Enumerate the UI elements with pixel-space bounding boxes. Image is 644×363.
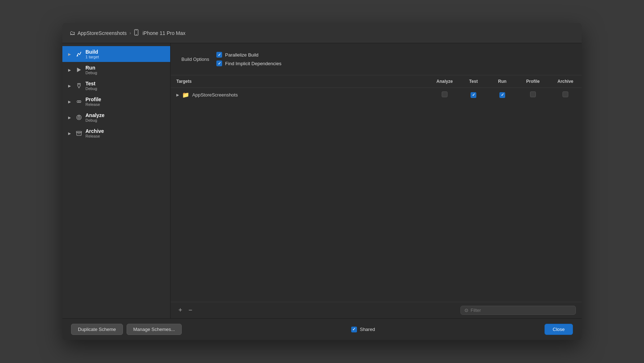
svg-point-6: [77, 100, 79, 102]
find-implicit-deps-label: Find Implicit Dependencies: [225, 61, 281, 66]
svg-point-10: [78, 116, 80, 118]
footer-right: Close: [544, 324, 573, 335]
add-target-button[interactable]: +: [176, 306, 184, 314]
project-name: AppStoreScreenshots: [78, 30, 127, 36]
svg-point-5: [79, 84, 80, 85]
device-name: iPhone 11 Pro Max: [142, 30, 185, 36]
sidebar-arrow-analyze: ▶: [68, 116, 72, 120]
col-header-test: Test: [459, 75, 488, 88]
profile-icon: [75, 98, 83, 105]
sidebar-arrow-profile: ▶: [68, 100, 72, 104]
filter-icon: ⊙: [464, 308, 468, 313]
target-name-cell: ▶ 📁 AppStoreScreenshots: [171, 88, 430, 102]
profile-checkbox[interactable]: [530, 91, 536, 97]
col-header-run: Run: [488, 75, 517, 88]
sidebar-arrow-build: ▶: [68, 52, 72, 56]
svg-point-2: [136, 34, 137, 35]
filter-wrapper: ⊙: [460, 306, 576, 315]
table-row: ▶ 📁 AppStoreScreenshots: [171, 88, 582, 102]
target-name: AppStoreScreenshots: [192, 92, 238, 98]
build-text: Build 1 target: [85, 49, 99, 59]
parallelize-build-checkbox[interactable]: [216, 52, 222, 58]
sidebar: ▶ Build 1 target ▶: [62, 43, 171, 318]
sidebar-item-run[interactable]: ▶ Run Debug: [62, 62, 170, 78]
profile-text: Profile Release: [85, 97, 101, 107]
targets-bottom-left: + −: [176, 306, 194, 314]
run-title: Run: [85, 65, 97, 71]
manage-schemes-button[interactable]: Manage Schemes...: [127, 324, 182, 335]
run-checkbox[interactable]: [499, 92, 505, 98]
sidebar-item-archive[interactable]: ▶ Archive Release: [62, 125, 170, 141]
test-text: Test Debug: [85, 81, 97, 91]
run-cell: [488, 88, 517, 102]
build-subtitle: 1 target: [85, 55, 99, 59]
archive-subtitle: Release: [85, 134, 104, 138]
svg-marker-4: [77, 68, 81, 72]
sidebar-item-profile[interactable]: ▶ Profile Release: [62, 94, 170, 109]
profile-subtitle: Release: [85, 102, 101, 107]
test-title: Test: [85, 81, 97, 86]
find-implicit-deps-row: Find Implicit Dependencies: [216, 60, 281, 66]
shared-checkbox[interactable]: [351, 327, 357, 332]
breadcrumb-chevron: ›: [129, 31, 131, 36]
parallelize-build-row: Parallelize Build: [216, 52, 281, 58]
analyze-text: Analyze Debug: [85, 112, 105, 122]
targets-table: Targets Analyze Test Run Profile Archive: [171, 75, 582, 102]
remove-target-button[interactable]: −: [186, 306, 194, 314]
device-icon: [134, 29, 140, 37]
archive-checkbox[interactable]: [563, 91, 568, 97]
run-icon: [75, 66, 83, 73]
build-options-label: Build Options: [181, 57, 209, 62]
col-header-targets: Targets: [171, 75, 430, 88]
targets-section: Targets Analyze Test Run Profile Archive: [171, 75, 582, 318]
parallelize-build-label: Parallelize Build: [225, 52, 259, 58]
archive-icon: [75, 130, 83, 137]
archive-title: Archive: [85, 128, 104, 134]
run-subtitle: Debug: [85, 71, 97, 75]
test-subtitle: Debug: [85, 86, 97, 91]
right-panel: Build Options Parallelize Build Find Imp…: [171, 43, 582, 318]
main-content: ▶ Build 1 target ▶: [62, 43, 582, 318]
test-cell: [459, 88, 488, 102]
close-button[interactable]: Close: [544, 324, 573, 335]
sidebar-item-build[interactable]: ▶ Build 1 target: [62, 46, 170, 62]
profile-title: Profile: [85, 97, 101, 102]
footer-center: Shared: [186, 327, 540, 332]
archive-cell: [549, 88, 582, 102]
analyze-title: Analyze: [85, 112, 105, 118]
build-icon: [75, 50, 83, 58]
analyze-checkbox[interactable]: [442, 91, 447, 97]
svg-rect-1: [136, 30, 137, 30]
sidebar-arrow-archive: ▶: [68, 131, 72, 135]
folder-icon: 🗂: [70, 30, 75, 36]
targets-header-row: Targets Analyze Test Run Profile Archive: [171, 75, 582, 88]
targets-bottom-bar: + − ⊙: [171, 302, 582, 318]
sidebar-item-analyze[interactable]: ▶ Analyze Debug: [62, 109, 170, 125]
find-implicit-deps-checkbox[interactable]: [216, 60, 222, 66]
breadcrumb: 🗂 AppStoreScreenshots: [70, 30, 127, 36]
col-header-archive: Archive: [549, 75, 582, 88]
test-icon: [75, 82, 83, 89]
archive-text: Archive Release: [85, 128, 104, 138]
analyze-cell: [430, 88, 459, 102]
sidebar-arrow-run: ▶: [68, 68, 72, 72]
scheme-editor-window: 🗂 AppStoreScreenshots › iPhone 11 Pro Ma…: [62, 23, 582, 340]
duplicate-scheme-button[interactable]: Duplicate Scheme: [71, 324, 123, 335]
target-row-content: ▶ 📁 AppStoreScreenshots: [176, 91, 424, 98]
analyze-icon: [75, 114, 83, 121]
profile-cell: [517, 88, 549, 102]
filter-input[interactable]: [471, 308, 572, 313]
titlebar: 🗂 AppStoreScreenshots › iPhone 11 Pro Ma…: [62, 23, 582, 43]
target-folder-icon: 📁: [182, 91, 189, 98]
sidebar-item-test[interactable]: ▶ Test Debug: [62, 78, 170, 94]
footer-left: Duplicate Scheme Manage Schemes...: [71, 324, 182, 335]
targets-spacer: [171, 102, 582, 302]
svg-point-7: [79, 100, 81, 102]
build-options-checkboxes: Parallelize Build Find Implicit Dependen…: [216, 52, 281, 66]
svg-rect-12: [77, 133, 81, 135]
svg-rect-13: [76, 131, 81, 133]
test-checkbox[interactable]: [471, 92, 476, 98]
breadcrumb-device: iPhone 11 Pro Max: [134, 29, 185, 37]
sidebar-arrow-test: ▶: [68, 84, 72, 88]
target-expand-arrow[interactable]: ▶: [176, 93, 179, 97]
